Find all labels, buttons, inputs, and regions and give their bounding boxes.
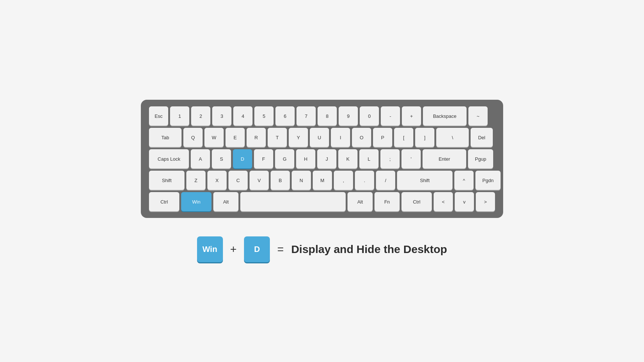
- shortcut-win-label: Win: [203, 245, 217, 254]
- key-ctrl-right[interactable]: Ctrl: [401, 192, 432, 211]
- key-ctrl-left[interactable]: Ctrl: [149, 192, 179, 211]
- key-quote[interactable]: ': [401, 149, 421, 168]
- key-lbracket[interactable]: [: [394, 128, 413, 147]
- shortcut-win-key: Win: [197, 236, 223, 262]
- key-8[interactable]: 8: [318, 106, 337, 126]
- key-alt-left[interactable]: Alt: [213, 192, 238, 211]
- key-7[interactable]: 7: [296, 106, 316, 126]
- row-5: Ctrl Win Alt Alt Fn Ctrl < v >: [149, 192, 495, 211]
- key-c[interactable]: C: [228, 171, 248, 190]
- key-l[interactable]: L: [359, 149, 379, 168]
- key-0[interactable]: 0: [360, 106, 379, 126]
- key-u[interactable]: U: [310, 128, 329, 147]
- key-alt-right[interactable]: Alt: [348, 192, 373, 211]
- key-comma[interactable]: ,: [334, 171, 353, 190]
- key-r[interactable]: R: [247, 128, 266, 147]
- key-plus[interactable]: +: [402, 106, 421, 126]
- key-enter[interactable]: Enter: [423, 149, 466, 168]
- key-k[interactable]: K: [338, 149, 357, 168]
- row-4: Shift Z X C V B N M , . / Shift ^ Pgdn: [149, 171, 495, 190]
- key-pgup[interactable]: Pgup: [468, 149, 493, 168]
- key-e[interactable]: E: [226, 128, 245, 147]
- row-3: Caps Lock A S D F G H J K L ; ' Enter Pg…: [149, 149, 495, 168]
- key-h[interactable]: H: [296, 149, 315, 168]
- shortcut-plus: +: [230, 243, 237, 256]
- key-1[interactable]: 1: [170, 106, 189, 126]
- key-d[interactable]: D: [233, 149, 252, 168]
- key-y[interactable]: Y: [289, 128, 308, 147]
- key-p[interactable]: P: [373, 128, 392, 147]
- key-pgdn[interactable]: Pgdn: [475, 171, 501, 190]
- keyboard-wrapper: Esc 1 2 3 4 5 6 7 8 9 0 - + Backspace ~ …: [141, 100, 503, 218]
- key-w[interactable]: W: [204, 128, 224, 147]
- key-caret[interactable]: ^: [454, 171, 474, 190]
- key-arrow-down[interactable]: v: [455, 192, 474, 211]
- key-shift-left[interactable]: Shift: [149, 171, 184, 190]
- key-3[interactable]: 3: [212, 106, 231, 126]
- key-shift-right[interactable]: Shift: [397, 171, 453, 190]
- row-1: Esc 1 2 3 4 5 6 7 8 9 0 - + Backspace ~: [149, 106, 495, 126]
- key-v[interactable]: V: [250, 171, 269, 190]
- shortcut-d-key: D: [244, 236, 270, 262]
- key-i[interactable]: I: [331, 128, 350, 147]
- key-4[interactable]: 4: [233, 106, 252, 126]
- key-period[interactable]: .: [355, 171, 374, 190]
- key-arrow-right[interactable]: >: [476, 192, 495, 211]
- key-del[interactable]: Del: [471, 128, 493, 147]
- key-6[interactable]: 6: [275, 106, 295, 126]
- key-esc[interactable]: Esc: [149, 106, 168, 126]
- key-arrow-left[interactable]: <: [434, 192, 453, 211]
- key-o[interactable]: O: [352, 128, 371, 147]
- key-backspace[interactable]: Backspace: [423, 106, 467, 126]
- key-rbracket[interactable]: ]: [415, 128, 434, 147]
- key-n[interactable]: N: [292, 171, 311, 190]
- shortcut-d-label: D: [254, 245, 260, 254]
- key-tilde[interactable]: ~: [468, 106, 488, 126]
- key-9[interactable]: 9: [339, 106, 358, 126]
- key-fn[interactable]: Fn: [374, 192, 400, 211]
- key-slash[interactable]: /: [376, 171, 395, 190]
- key-capslock[interactable]: Caps Lock: [149, 149, 189, 168]
- key-f[interactable]: F: [254, 149, 273, 168]
- key-x[interactable]: X: [207, 171, 227, 190]
- row-2: Tab Q W E R T Y U I O P [ ] \ Del: [149, 128, 495, 147]
- key-tab[interactable]: Tab: [149, 128, 182, 147]
- key-s[interactable]: S: [212, 149, 231, 168]
- shortcut-equals: =: [277, 243, 284, 256]
- key-q[interactable]: Q: [183, 128, 203, 147]
- key-m[interactable]: M: [313, 171, 332, 190]
- key-z[interactable]: Z: [186, 171, 206, 190]
- key-win[interactable]: Win: [181, 192, 211, 211]
- key-a[interactable]: A: [191, 149, 210, 168]
- key-b[interactable]: B: [271, 171, 290, 190]
- key-semicolon[interactable]: ;: [380, 149, 400, 168]
- key-spacebar[interactable]: [240, 192, 346, 211]
- key-2[interactable]: 2: [191, 106, 210, 126]
- key-j[interactable]: J: [317, 149, 336, 168]
- key-minus[interactable]: -: [381, 106, 400, 126]
- shortcut-row: Win + D = Display and Hide the Desktop: [197, 236, 447, 262]
- key-t[interactable]: T: [268, 128, 287, 147]
- shortcut-description: Display and Hide the Desktop: [291, 243, 447, 256]
- key-g[interactable]: G: [275, 149, 294, 168]
- key-5[interactable]: 5: [254, 106, 274, 126]
- key-backslash[interactable]: \: [436, 128, 469, 147]
